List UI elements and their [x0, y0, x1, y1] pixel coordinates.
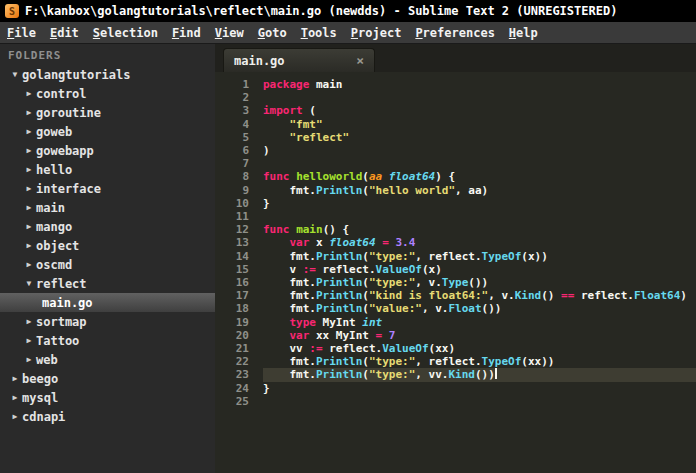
- folder-oscmd[interactable]: ▶oscmd: [0, 255, 215, 274]
- folder-control[interactable]: ▶control: [0, 84, 215, 103]
- title-bar[interactable]: S F:\kanbox\golangtutorials\reflect\main…: [0, 0, 696, 22]
- close-icon[interactable]: ×: [356, 54, 364, 67]
- folder-mango[interactable]: ▶mango: [0, 217, 215, 236]
- folder-golangtutorials[interactable]: ▼golangtutorials: [0, 65, 215, 84]
- line-number[interactable]: 16: [215, 276, 249, 289]
- code-line-11[interactable]: 11: [215, 210, 696, 223]
- chevron-down-icon[interactable]: ▼: [8, 70, 22, 79]
- folder-reflect[interactable]: ▼reflect: [0, 274, 215, 293]
- code-line-22[interactable]: 22 fmt.Println("type:", reflect.TypeOf(x…: [215, 355, 696, 368]
- chevron-right-icon[interactable]: ▶: [22, 127, 36, 136]
- line-number[interactable]: 19: [215, 316, 249, 329]
- line-number[interactable]: 5: [215, 131, 249, 144]
- menu-file[interactable]: File: [0, 26, 43, 40]
- line-number[interactable]: 2: [215, 91, 249, 104]
- folder-interface[interactable]: ▶interface: [0, 179, 215, 198]
- chevron-right-icon[interactable]: ▶: [22, 336, 36, 345]
- code-line-5[interactable]: 5 "reflect": [215, 131, 696, 144]
- folder-mysql[interactable]: ▶mysql: [0, 388, 215, 407]
- chevron-right-icon[interactable]: ▶: [22, 241, 36, 250]
- chevron-right-icon[interactable]: ▶: [22, 203, 36, 212]
- line-number[interactable]: 13: [215, 236, 249, 249]
- folder-gowebapp[interactable]: ▶gowebapp: [0, 141, 215, 160]
- chevron-right-icon[interactable]: ▶: [8, 374, 22, 383]
- code-line-12[interactable]: 12func main() {: [215, 223, 696, 236]
- code-line-13[interactable]: 13 var x float64 = 3.4: [215, 236, 696, 249]
- line-number[interactable]: 6: [215, 144, 249, 157]
- code-line-19[interactable]: 19 type MyInt int: [215, 316, 696, 329]
- code-line-14[interactable]: 14 fmt.Println("type:", reflect.TypeOf(x…: [215, 250, 696, 263]
- line-number[interactable]: 24: [215, 382, 249, 395]
- folder-goroutine[interactable]: ▶goroutine: [0, 103, 215, 122]
- chevron-down-icon[interactable]: ▼: [22, 279, 36, 288]
- chevron-right-icon[interactable]: ▶: [8, 393, 22, 402]
- chevron-right-icon[interactable]: ▶: [22, 317, 36, 326]
- folder-tattoo[interactable]: ▶Tattoo: [0, 331, 215, 350]
- line-number[interactable]: 25: [215, 395, 249, 408]
- code-line-18[interactable]: 18 fmt.Println("value:", v.Float()): [215, 302, 696, 315]
- code-line-20[interactable]: 20 var xx MyInt = 7: [215, 329, 696, 342]
- chevron-right-icon[interactable]: ▶: [8, 412, 22, 421]
- chevron-right-icon[interactable]: ▶: [22, 165, 36, 174]
- line-number[interactable]: 23: [215, 368, 249, 381]
- code-line-3[interactable]: 3import (: [215, 104, 696, 117]
- folder-beego[interactable]: ▶beego: [0, 369, 215, 388]
- folder-main[interactable]: ▶main: [0, 198, 215, 217]
- code-line-21[interactable]: 21 vv := reflect.ValueOf(xx): [215, 342, 696, 355]
- code-line-4[interactable]: 4 "fmt": [215, 118, 696, 131]
- folder-cdnapi[interactable]: ▶cdnapi: [0, 407, 215, 426]
- code-line-1[interactable]: 1package main: [215, 78, 696, 91]
- chevron-right-icon[interactable]: ▶: [22, 260, 36, 269]
- line-number[interactable]: 8: [215, 170, 249, 183]
- menu-view[interactable]: View: [208, 26, 251, 40]
- code-editor[interactable]: 1package main23import (4 "fmt"5 "reflect…: [215, 72, 696, 473]
- folder-web[interactable]: ▶web: [0, 350, 215, 369]
- code-line-24[interactable]: 24}: [215, 382, 696, 395]
- line-number[interactable]: 10: [215, 197, 249, 210]
- code-line-17[interactable]: 17 fmt.Println("kind is float64:", v.Kin…: [215, 289, 696, 302]
- code-line-8[interactable]: 8func helloworld(aa float64) {: [215, 170, 696, 183]
- folder-goweb[interactable]: ▶goweb: [0, 122, 215, 141]
- line-number[interactable]: 14: [215, 250, 249, 263]
- menu-find[interactable]: Find: [165, 26, 208, 40]
- code-line-2[interactable]: 2: [215, 91, 696, 104]
- line-number[interactable]: 3: [215, 104, 249, 117]
- line-number[interactable]: 20: [215, 329, 249, 342]
- code-line-6[interactable]: 6): [215, 144, 696, 157]
- line-number[interactable]: 12: [215, 223, 249, 236]
- chevron-right-icon[interactable]: ▶: [22, 108, 36, 117]
- code-line-16[interactable]: 16 fmt.Println("type:", v.Type()): [215, 276, 696, 289]
- chevron-right-icon[interactable]: ▶: [22, 355, 36, 364]
- code-line-10[interactable]: 10}: [215, 197, 696, 210]
- file-main.go[interactable]: main.go: [0, 293, 215, 312]
- line-number[interactable]: 18: [215, 302, 249, 315]
- line-number[interactable]: 15: [215, 263, 249, 276]
- chevron-right-icon[interactable]: ▶: [22, 222, 36, 231]
- line-number[interactable]: 7: [215, 157, 249, 170]
- line-number[interactable]: 9: [215, 184, 249, 197]
- line-number[interactable]: 22: [215, 355, 249, 368]
- tab-main-go[interactable]: main.go ×: [223, 48, 375, 72]
- chevron-right-icon[interactable]: ▶: [22, 89, 36, 98]
- code-line-15[interactable]: 15 v := reflect.ValueOf(x): [215, 263, 696, 276]
- folder-object[interactable]: ▶object: [0, 236, 215, 255]
- menu-project[interactable]: Project: [344, 26, 409, 40]
- menu-preferences[interactable]: Preferences: [408, 26, 501, 40]
- code-line-23[interactable]: 23 fmt.Println("type:", vv.Kind()): [215, 368, 696, 381]
- chevron-right-icon[interactable]: ▶: [22, 184, 36, 193]
- code-line-25[interactable]: 25: [215, 395, 696, 408]
- menu-goto[interactable]: Goto: [251, 26, 294, 40]
- line-number[interactable]: 11: [215, 210, 249, 223]
- menu-selection[interactable]: Selection: [86, 26, 165, 40]
- code-line-7[interactable]: 7: [215, 157, 696, 170]
- chevron-right-icon[interactable]: ▶: [22, 146, 36, 155]
- code-line-9[interactable]: 9 fmt.Println("hello world", aa): [215, 184, 696, 197]
- menu-edit[interactable]: Edit: [43, 26, 86, 40]
- folder-hello[interactable]: ▶hello: [0, 160, 215, 179]
- line-number[interactable]: 21: [215, 342, 249, 355]
- line-number[interactable]: 17: [215, 289, 249, 302]
- line-number[interactable]: 1: [215, 78, 249, 91]
- line-number[interactable]: 4: [215, 118, 249, 131]
- folder-sortmap[interactable]: ▶sortmap: [0, 312, 215, 331]
- menu-help[interactable]: Help: [502, 26, 545, 40]
